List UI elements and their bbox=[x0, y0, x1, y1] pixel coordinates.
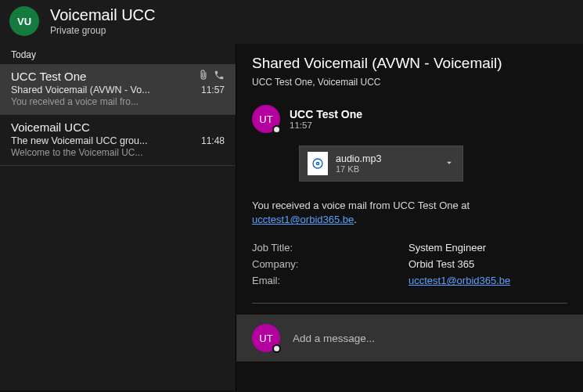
group-title: Voicemail UCC bbox=[50, 6, 155, 24]
job-title-value: System Engineer bbox=[408, 242, 486, 254]
body-suffix: . bbox=[354, 214, 357, 225]
message-preview: Welcome to the Voicemail UC... bbox=[11, 147, 183, 158]
reply-input[interactable] bbox=[293, 333, 567, 344]
message-sender: Voicemail UCC bbox=[11, 120, 90, 134]
group-avatar: VU bbox=[9, 6, 39, 36]
company-value: Orbid Test 365 bbox=[408, 258, 474, 270]
presence-indicator-icon bbox=[272, 344, 281, 353]
sender-name: UCC Test One bbox=[290, 108, 362, 120]
message-body: You received a voice mail from UCC Test … bbox=[252, 199, 567, 227]
email-link[interactable]: ucctest1@orbid365.be bbox=[408, 275, 510, 286]
message-subject: Shared Voicemail (AVWN - Vo... bbox=[11, 85, 150, 95]
email-label: Email: bbox=[252, 275, 408, 286]
message-preview: You received a voice mail fro... bbox=[11, 96, 183, 107]
attachment-name: audio.mp3 bbox=[336, 153, 444, 164]
divider bbox=[252, 303, 567, 304]
list-section-header: Today bbox=[0, 44, 236, 64]
message-list: Today UCC Test One Shared Voicemail (AVW… bbox=[0, 44, 236, 390]
reading-pane: Shared Voicemail (AVWN - Voicemail) UCC … bbox=[236, 44, 583, 390]
reply-avatar: UT bbox=[252, 324, 280, 352]
attachment-card[interactable]: audio.mp3 17 KB bbox=[299, 146, 463, 182]
svg-point-2 bbox=[317, 163, 318, 164]
message-time: 11:48 bbox=[201, 135, 225, 146]
message-sender: UCC Test One bbox=[11, 70, 86, 83]
message-title: Shared Voicemail (AVWN - Voicemail) bbox=[252, 55, 567, 72]
message-subject: The new Voicemail UCC grou... bbox=[11, 135, 147, 146]
body-email-link[interactable]: ucctest1@orbid365.be bbox=[252, 214, 354, 225]
message-recipients: UCC Test One, Voicemail UCC bbox=[252, 77, 567, 88]
reply-box[interactable]: UT bbox=[236, 315, 583, 361]
group-header: VU Voicemail UCC Private group bbox=[0, 0, 583, 44]
audio-file-icon bbox=[308, 152, 328, 175]
message-list-item[interactable]: Voicemail UCC The new Voicemail UCC grou… bbox=[0, 115, 236, 166]
group-subtitle: Private group bbox=[50, 25, 155, 36]
sender-initials: UT bbox=[259, 113, 272, 125]
message-list-item[interactable]: UCC Test One Shared Voicemail (AVWN - Vo… bbox=[0, 64, 236, 115]
sent-time: 11:57 bbox=[290, 120, 362, 130]
presence-indicator-icon bbox=[272, 125, 281, 134]
attachment-size: 17 KB bbox=[336, 164, 444, 174]
chevron-down-icon[interactable] bbox=[444, 157, 455, 171]
reply-avatar-initials: UT bbox=[259, 333, 272, 344]
body-prefix: You received a voice mail from UCC Test … bbox=[252, 200, 470, 211]
contact-info: Job Title: System Engineer Company: Orbi… bbox=[252, 239, 567, 289]
job-title-label: Job Title: bbox=[252, 242, 408, 254]
sender-avatar[interactable]: UT bbox=[252, 105, 280, 133]
phone-icon bbox=[214, 70, 225, 83]
attachment-icon bbox=[198, 70, 209, 83]
message-time: 11:57 bbox=[201, 85, 225, 95]
company-label: Company: bbox=[252, 258, 408, 270]
